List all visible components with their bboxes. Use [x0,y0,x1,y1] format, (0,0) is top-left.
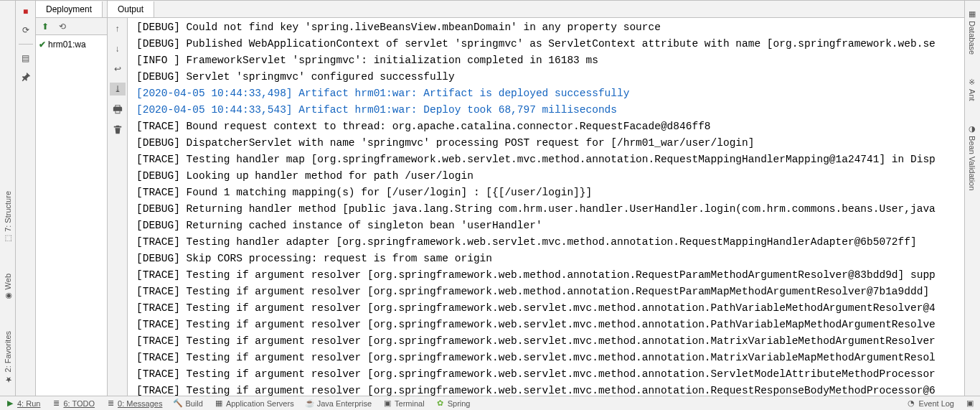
star-icon: ★ [4,373,12,384]
ant-icon: ※ [968,78,976,89]
tree-item-artifact[interactable]: ✔ hrm01:wa [39,39,104,50]
log-line: [2020-04-05 10:44:33,543] Artifact hrm01… [136,102,958,118]
rerun-icon[interactable]: ⟳ [19,24,32,37]
artifact-label: hrm01:wa [48,39,86,50]
log-line: [DEBUG] Skip CORS processing: request is… [136,251,958,267]
sidebar-database-label: Database [968,21,976,55]
layout-icon[interactable]: ▤ [19,52,32,65]
print-icon[interactable] [111,103,124,116]
output-section: Output ↑ ↓ ↩ ⤓ [DEBUG] Could not find ke… [108,1,964,396]
bottom-terminal-label: Terminal [395,399,425,408]
log-line: [TRACE] Bound request context to thread:… [136,118,958,135]
deploy-icon[interactable]: ⬆ [39,20,52,33]
down-icon[interactable]: ↓ [111,42,124,55]
run-icon: ▶ [6,399,14,408]
sidebar-database[interactable]: ▦ Database [968,5,977,59]
right-side-strip: ▦ Database ※ Ant ◑ Bean Validation [964,1,980,396]
sidebar-ant[interactable]: ※ Ant [968,73,977,106]
log-line: [TRACE] Testing if argument resolver [or… [136,383,958,396]
deployment-panel: Deployment ⬆ ⟲ ✔ hrm01:wa [36,1,108,396]
toolbar-separator [19,44,33,45]
bottom-javaee[interactable]: ☕ Java Enterprise [300,399,377,408]
sidebar-favorites-label: 2: Favorites [4,331,12,372]
todo-icon: ≣ [52,399,60,408]
bottom-appservers-label: Application Servers [226,399,294,408]
log-line: [DEBUG] Could not find key 'spring.liveB… [136,19,958,36]
web-icon: ◉ [4,289,12,301]
trash-icon[interactable] [111,123,124,136]
bottom-appservers[interactable]: ▦ Application Servers [209,399,300,408]
messages-icon: ≣ [106,399,115,408]
bottom-javaee-label: Java Enterprise [317,399,372,408]
javaee-icon: ☕ [306,399,314,408]
refresh-icon[interactable]: ⟲ [56,20,69,33]
bottom-eventlog-label: Event Log [918,399,954,408]
sidebar-ant-label: Ant [968,89,976,101]
spring-icon: ✿ [436,399,445,408]
deployment-mini-toolbar: ⬆ ⟲ [36,18,107,35]
database-icon: ▦ [968,9,976,21]
up-icon[interactable]: ↑ [111,22,124,35]
tab-deployment[interactable]: Deployment [36,1,103,17]
log-line: [DEBUG] Returning cached instance of sin… [136,218,958,234]
log-line: [DEBUG] Published WebApplicationContext … [136,36,958,52]
bottom-terminal[interactable]: ▣ Terminal [377,399,430,408]
console-toolbar: ↑ ↓ ↩ ⤓ [108,18,128,396]
main-area: ⬚ 7: Structure ◉ Web ★ 2: Favorites ■ ⟳ … [0,0,980,396]
check-icon: ✔ [39,39,46,50]
tab-output[interactable]: Output [108,1,154,17]
sidebar-bean-validation[interactable]: ◑ Bean Validation [968,120,977,195]
soft-wrap-icon[interactable]: ↩ [111,62,124,75]
sidebar-bean-label: Bean Validation [968,136,976,190]
bottom-messages-label: 0: Messages [118,399,162,408]
bottom-run[interactable]: ▶ 4: Run [0,399,46,408]
sidebar-web-label: Web [4,274,12,289]
output-tabs: Output [108,1,964,18]
structure-icon: ⬚ [4,232,12,243]
bottom-spring-label: Spring [448,399,471,408]
log-line: [TRACE] Testing handler map [org.springf… [136,152,958,168]
scroll-end-icon[interactable]: ⤓ [110,83,126,95]
console-output[interactable]: [DEBUG] Could not find key 'spring.liveB… [128,18,964,396]
log-line: [DEBUG] DispatcherServlet with name 'spr… [136,135,958,152]
sidebar-web[interactable]: ◉ Web [3,269,12,305]
bottom-spring[interactable]: ✿ Spring [430,399,476,408]
log-line: [TRACE] Testing if argument resolver [or… [136,333,958,350]
log-line: [DEBUG] Looking up handler method for pa… [136,168,958,185]
output-body: ↑ ↓ ↩ ⤓ [DEBUG] Could not find key 'spri… [108,18,964,396]
run-toolbar: ■ ⟳ ▤ [16,1,36,396]
bean-icon: ◑ [968,124,976,136]
corner-icon: ▣ [966,399,974,408]
log-line: [DEBUG] Servlet 'springmvc' configured s… [136,69,958,85]
log-line: [TRACE] Testing if argument resolver [or… [136,366,958,383]
sidebar-favorites[interactable]: ★ 2: Favorites [3,327,12,388]
deployment-tree: ✔ hrm01:wa [36,35,107,54]
left-side-strip: ⬚ 7: Structure ◉ Web ★ 2: Favorites [0,1,16,396]
bottom-messages[interactable]: ≣ 0: Messages [100,399,168,408]
bottom-build-label: Build [185,399,202,408]
terminal-icon: ▣ [383,399,392,408]
log-line: [2020-04-05 10:44:33,498] Artifact hrm01… [136,85,958,102]
eventlog-icon: ◔ [907,399,915,408]
stop-icon[interactable]: ■ [19,5,32,18]
log-line: [TRACE] Testing if argument resolver [or… [136,350,958,366]
bottom-bar: ▶ 4: Run ≣ 6: TODO ≣ 0: Messages 🔨 Build… [0,396,980,410]
appservers-icon: ▦ [215,399,223,408]
sidebar-structure-label: 7: Structure [4,191,12,232]
log-line: [DEBUG] Returning handler method [public… [136,201,958,218]
log-line: [INFO ] FrameworkServlet 'springmvc': in… [136,52,958,69]
bottom-todo-label: 6: TODO [63,399,95,408]
bottom-build[interactable]: 🔨 Build [168,399,208,408]
log-line: [TRACE] Testing handler adapter [org.spr… [136,234,958,251]
sidebar-structure[interactable]: ⬚ 7: Structure [3,187,12,248]
bottom-todo[interactable]: ≣ 6: TODO [46,399,100,408]
log-line: [TRACE] Testing if argument resolver [or… [136,317,958,333]
build-icon: 🔨 [174,399,182,408]
pin-icon[interactable] [19,70,32,83]
bottom-eventlog[interactable]: ◔ Event Log [901,399,960,408]
deployment-tabs: Deployment [36,1,107,18]
bottom-corner[interactable]: ▣ [960,399,980,408]
log-line: [TRACE] Testing if argument resolver [or… [136,300,958,317]
bottom-run-label: 4: Run [17,399,40,408]
log-line: [TRACE] Found 1 matching mapping(s) for … [136,185,958,201]
